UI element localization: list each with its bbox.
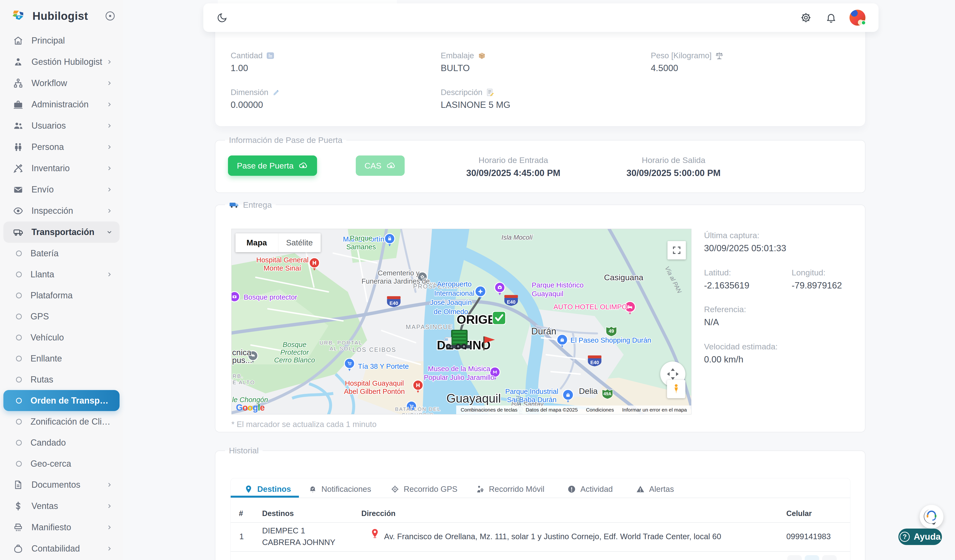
sidebar-item-label: Envío xyxy=(31,184,106,195)
pencil-icon xyxy=(272,88,280,97)
sidebar-item-persona[interactable]: Persona xyxy=(3,136,119,158)
sidebar-item-manifiesto[interactable]: Manifiesto xyxy=(3,517,119,538)
sidebar-item-gps[interactable]: GPS xyxy=(3,306,119,327)
delivery-section: Entrega xyxy=(215,200,866,432)
packaging-label: Embalaje xyxy=(441,51,486,60)
sidebar-item-principal[interactable]: Principal xyxy=(3,30,119,51)
map-label-hospital-guayaquil: Abel Gilbert Pontón xyxy=(344,388,405,395)
sidebar-item-label: Manifiesto xyxy=(31,522,106,532)
reference-value: N/A xyxy=(704,317,719,328)
tab-notificaciones[interactable]: Notificaciones xyxy=(308,485,371,494)
support-chat-button[interactable] xyxy=(920,505,943,529)
users-icon xyxy=(13,120,24,131)
map-report-error-link[interactable]: Informar un error en el mapa xyxy=(622,407,687,413)
map-type-satellite-button[interactable]: Satélite xyxy=(278,233,321,252)
sidebar-item-gestion-hubilogist[interactable]: Gestión Hubilogist xyxy=(3,51,119,73)
map-pegman-control[interactable] xyxy=(667,380,686,398)
entry-time-label: Horario de Entrada xyxy=(458,156,569,165)
tab-recorrido-gps[interactable]: Recorrido GPS xyxy=(391,485,457,494)
map-attribution: Combinaciones de teclas Datos del mapa ©… xyxy=(456,406,691,414)
tab-recorrido-movil[interactable]: Recorrido Móvil xyxy=(476,485,544,494)
map-label-isla-mocoli: Isla Mocolí xyxy=(501,234,534,241)
sidebar-item-usuarios[interactable]: Usuarios xyxy=(3,115,119,136)
mail-icon xyxy=(13,184,24,195)
sidebar-item-inventario[interactable]: Inventario xyxy=(3,158,119,179)
google-map[interactable]: E40 E40 E40 49 49A Mall El Fortín Parque… xyxy=(232,229,692,415)
map-terms-link[interactable]: Condiciones xyxy=(586,407,614,413)
sidebar-item-label: Documentos xyxy=(31,480,106,490)
map-type-map-button[interactable]: Mapa xyxy=(235,233,278,252)
tab-actividad[interactable]: Actividad xyxy=(567,485,613,494)
sidebar-item-label: Transportación xyxy=(31,227,106,237)
sidebar-collapse-icon[interactable] xyxy=(105,10,116,22)
sidebar-item-label: Plataforma xyxy=(30,290,113,301)
sidebar-item-zonificacion[interactable]: Zonificación de Clien... xyxy=(3,411,119,432)
reference-label: Referencia: xyxy=(704,305,746,314)
sidebar-item-documentos[interactable]: Documentos xyxy=(3,474,119,495)
sidebar-item-vehiculo[interactable]: Vehículo xyxy=(3,327,119,348)
map-label-museo: Museo de la Música xyxy=(428,365,490,373)
sidebar-item-llanta[interactable]: Llanta xyxy=(3,264,119,285)
sidebar-item-geo-cerca[interactable]: Geo-cerca xyxy=(3,453,119,474)
map-keyboard-shortcuts-link[interactable]: Combinaciones de teclas xyxy=(460,407,517,413)
pagination-next-button[interactable] xyxy=(822,555,837,560)
sidebar-item-administracion[interactable]: Administración xyxy=(3,94,119,115)
google-logo[interactable]: Google xyxy=(236,402,265,413)
memo-icon xyxy=(486,88,495,97)
map-label-hospital-monte-sinai: Monte Sinaí xyxy=(264,264,301,272)
location-pin-icon xyxy=(369,527,380,540)
history-section: Historial Destinos Notificaciones Recorr… xyxy=(215,446,866,560)
brand-logo-icon xyxy=(11,8,26,24)
gps-icon xyxy=(391,485,399,493)
sidebar-item-contabilidad[interactable]: Contabilidad xyxy=(3,538,119,559)
last-capture-value: 30/09/2025 05:01:33 xyxy=(704,243,786,253)
cas-button[interactable]: CAS xyxy=(356,156,405,176)
row-destination-name: DIEMPEC 1 xyxy=(262,526,305,535)
sidebar-item-enllante[interactable]: Enllante xyxy=(3,348,119,369)
number-input-icon xyxy=(266,51,275,60)
active-tab-underline xyxy=(231,496,299,498)
col-header-direccion: Dirección xyxy=(361,509,396,518)
help-button[interactable]: ? Ayuda xyxy=(899,529,942,545)
shield-49: 49 xyxy=(609,328,614,334)
settings-gear-icon[interactable] xyxy=(800,12,812,23)
brand: Hubilogist xyxy=(0,0,123,30)
user-avatar[interactable] xyxy=(850,10,866,26)
sidebar-item-bateria[interactable]: Batería xyxy=(3,243,119,264)
map-fullscreen-button[interactable] xyxy=(667,241,686,259)
tab-alertas[interactable]: Alertas xyxy=(636,485,674,494)
radio-icon xyxy=(16,419,22,424)
shield-e40: E40 xyxy=(507,299,515,305)
sidebar-item-transportacion[interactable]: Transportación xyxy=(3,222,119,243)
notifications-bell-icon[interactable] xyxy=(825,12,837,23)
bell-check-icon xyxy=(308,485,317,493)
exit-time-value: 30/09/2025 5:00:00 PM xyxy=(618,168,729,178)
manifest-icon xyxy=(13,522,24,533)
sidebar-item-candado[interactable]: Candado xyxy=(3,432,119,453)
radio-icon xyxy=(16,314,22,320)
map-label-urb-alto: E ALTO xyxy=(233,379,255,385)
radio-icon xyxy=(16,356,22,362)
sidebar-item-ventas[interactable]: Ventas xyxy=(3,495,119,517)
sidebar-nav: Principal Gestión Hubilogist Workflow xyxy=(0,30,123,559)
pagination-page-1[interactable]: 1 xyxy=(805,555,819,560)
delivery-legend: Entrega xyxy=(225,200,276,210)
sidebar-item-inspeccion[interactable]: Inspección xyxy=(3,200,119,222)
sidebar-item-workflow[interactable]: Workflow xyxy=(3,73,119,94)
gate-pass-legend: Información de Pase de Puerta xyxy=(225,136,346,145)
sidebar-item-rutas[interactable]: Rutas xyxy=(3,369,119,390)
chevron-right-icon xyxy=(106,545,113,552)
pagination-prev-button[interactable] xyxy=(787,555,802,560)
tools-icon xyxy=(13,163,24,174)
sidebar-submenu-transportacion: Batería Llanta Plataforma GPS Veh xyxy=(3,243,119,474)
sidebar-item-envio[interactable]: Envío xyxy=(3,179,119,200)
sidebar-item-orden-de-transporte[interactable]: Orden de Transporte xyxy=(3,390,119,411)
quantity-value: 1.00 xyxy=(231,63,248,73)
history-legend: Historial xyxy=(225,446,263,455)
dimension-label: Dimensión xyxy=(231,88,280,97)
tab-destinos[interactable]: Destinos xyxy=(244,485,291,494)
sidebar-item-plataforma[interactable]: Plataforma xyxy=(3,285,119,306)
fullscreen-icon xyxy=(672,245,681,255)
dark-mode-toggle-icon[interactable] xyxy=(216,12,228,23)
gate-pass-button[interactable]: Pase de Puerta xyxy=(228,156,317,176)
